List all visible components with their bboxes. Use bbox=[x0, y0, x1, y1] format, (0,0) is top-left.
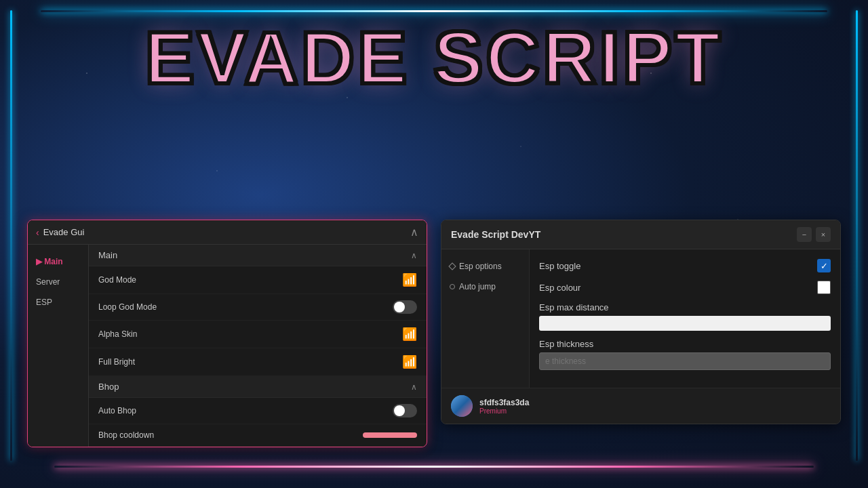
bhop-section-chevron: ∧ bbox=[411, 382, 417, 392]
right-sidebar-esp-options[interactable]: Esp options bbox=[441, 256, 529, 277]
avatar bbox=[451, 395, 473, 417]
left-panel-body: Main Server ESP Main ∧ God Mode 📶 bbox=[28, 245, 427, 447]
loop-god-mode-toggle[interactable] bbox=[393, 300, 417, 314]
right-content: Esp toggle ✓ Esp colour Esp max distance… bbox=[530, 249, 840, 388]
title-area: EVADE SCRIPT bbox=[0, 20, 868, 95]
bhop-section-header[interactable]: Bhop ∧ bbox=[89, 376, 427, 398]
esp-max-distance-input[interactable] bbox=[539, 316, 831, 331]
esp-thickness-group: Esp thickness bbox=[539, 339, 831, 370]
loop-god-mode-label: Loop God Mode bbox=[98, 302, 157, 312]
right-sidebar-auto-jump[interactable]: Auto jump bbox=[441, 277, 529, 297]
circle-icon bbox=[450, 284, 455, 289]
collapse-icon[interactable]: ∧ bbox=[410, 226, 418, 239]
full-bright-toggle[interactable]: 📶 bbox=[402, 354, 417, 369]
esp-colour-row: Esp colour bbox=[539, 281, 831, 294]
left-panel-header: ‹ Evade Gui ∧ bbox=[28, 220, 427, 245]
right-footer: sfdfs3fas3da Premium bbox=[441, 388, 840, 424]
right-sidebar: Esp options Auto jump bbox=[441, 249, 530, 388]
left-panel-header-left: ‹ Evade Gui bbox=[36, 227, 84, 238]
loop-god-mode-item: Loop God Mode bbox=[89, 294, 427, 321]
left-content-area: Main ∧ God Mode 📶 Loop God Mode Alpha Sk… bbox=[89, 245, 427, 447]
main-section-chevron: ∧ bbox=[411, 251, 417, 260]
sidebar-main-label: Main bbox=[44, 257, 62, 266]
esp-max-distance-group: Esp max distance bbox=[539, 302, 831, 331]
auto-bhop-label: Auto Bhop bbox=[98, 406, 136, 415]
left-sidebar: Main Server ESP bbox=[28, 245, 89, 447]
esp-toggle-label: Esp toggle bbox=[539, 261, 580, 271]
god-mode-toggle[interactable]: 📶 bbox=[402, 272, 417, 287]
esp-thickness-label: Esp thickness bbox=[539, 339, 831, 349]
esp-options-label: Esp options bbox=[459, 262, 502, 271]
sidebar-esp-label: ESP bbox=[36, 298, 52, 307]
esp-toggle-checkbox[interactable]: ✓ bbox=[817, 259, 831, 272]
sidebar-item-esp[interactable]: ESP bbox=[28, 292, 88, 312]
auto-bhop-toggle[interactable] bbox=[393, 404, 417, 418]
diamond-icon bbox=[448, 262, 456, 270]
sidebar-server-label: Server bbox=[36, 277, 60, 287]
bhop-cooldown-label: Bhop cooldown bbox=[98, 430, 154, 440]
right-panel-controls: − × bbox=[797, 227, 831, 242]
god-mode-label: God Mode bbox=[98, 275, 136, 285]
esp-colour-label: Esp colour bbox=[539, 283, 580, 293]
bhop-cooldown-slider[interactable] bbox=[363, 432, 417, 438]
neon-bottom-border bbox=[54, 466, 814, 468]
god-mode-item: God Mode 📶 bbox=[89, 266, 427, 294]
minimize-icon: − bbox=[802, 230, 806, 239]
esp-colour-picker[interactable] bbox=[817, 281, 831, 294]
esp-thickness-input[interactable] bbox=[539, 352, 831, 370]
right-panel-title: Evade Script DevYT bbox=[451, 229, 540, 240]
back-chevron-icon: ‹ bbox=[36, 227, 39, 238]
panels-area: ‹ Evade Gui ∧ Main Server ESP bbox=[27, 220, 841, 447]
main-title: EVADE SCRIPT bbox=[0, 20, 868, 95]
left-panel-title: Evade Gui bbox=[43, 227, 85, 237]
user-info: sfdfs3fas3da Premium bbox=[479, 398, 529, 415]
full-bright-label: Full Bright bbox=[98, 357, 135, 367]
username: sfdfs3fas3da bbox=[479, 398, 529, 407]
right-panel-body: Esp options Auto jump Esp toggle ✓ Esp c… bbox=[441, 249, 840, 388]
avatar-image bbox=[451, 395, 473, 417]
alpha-skin-toggle[interactable]: 📶 bbox=[402, 327, 417, 342]
esp-max-distance-label: Esp max distance bbox=[539, 302, 831, 312]
close-button[interactable]: × bbox=[816, 227, 831, 242]
close-icon: × bbox=[821, 230, 825, 239]
bhop-section-label: Bhop bbox=[98, 382, 119, 392]
minimize-button[interactable]: − bbox=[797, 227, 812, 242]
main-section-label: Main bbox=[98, 250, 117, 260]
user-badge: Premium bbox=[479, 407, 529, 415]
right-panel: Evade Script DevYT − × Esp options A bbox=[441, 220, 841, 424]
sidebar-item-server[interactable]: Server bbox=[28, 272, 88, 292]
bhop-cooldown-item: Bhop cooldown bbox=[89, 424, 427, 447]
alpha-skin-item: Alpha Skin 📶 bbox=[89, 321, 427, 348]
left-panel: ‹ Evade Gui ∧ Main Server ESP bbox=[27, 220, 427, 447]
right-panel-header: Evade Script DevYT − × bbox=[441, 220, 840, 249]
auto-bhop-item: Auto Bhop bbox=[89, 398, 427, 424]
sidebar-item-main[interactable]: Main bbox=[28, 251, 88, 272]
esp-toggle-row: Esp toggle ✓ bbox=[539, 259, 831, 272]
neon-top-border bbox=[41, 10, 827, 12]
full-bright-item: Full Bright 📶 bbox=[89, 348, 427, 376]
alpha-skin-label: Alpha Skin bbox=[98, 329, 137, 339]
auto-jump-label: Auto jump bbox=[459, 282, 496, 291]
main-section-header[interactable]: Main ∧ bbox=[89, 245, 427, 266]
